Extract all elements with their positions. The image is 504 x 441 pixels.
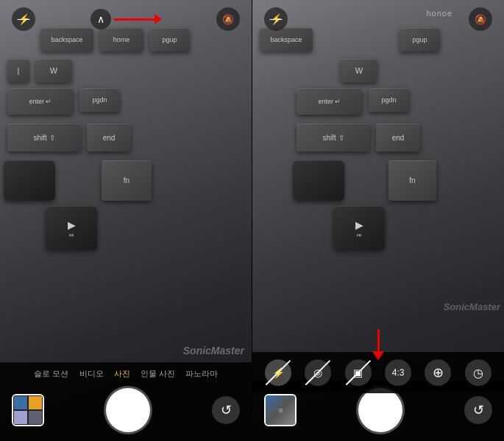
rotate-button-left[interactable]: ↺ <box>212 396 240 424</box>
mode-portrait[interactable]: 인물 사진 <box>141 368 175 379</box>
mode-photo[interactable]: 사진 <box>114 368 130 379</box>
mode-bar: 슬로 모션 비디오 사진 인물 사진 파노라마 <box>0 362 252 382</box>
shift-key: shift ⇧ <box>7 123 81 151</box>
shutter-button-left[interactable] <box>106 388 150 432</box>
live-off-icon: ◎ <box>313 367 322 379</box>
down-arrow-line <box>377 329 380 351</box>
shutter-button-right[interactable] <box>358 388 402 432</box>
flash-icon-left[interactable]: ⚡ <box>12 7 35 31</box>
flash-icon-right[interactable]: ⚡ <box>264 7 288 31</box>
rotate-icon-left: ↺ <box>221 402 232 418</box>
fn-key: fn <box>102 160 152 201</box>
pipe-key: | <box>7 59 29 82</box>
right-top-bar: ⚡ 🔕 <box>252 0 504 38</box>
mode-panorama[interactable]: 파노라마 <box>185 368 218 379</box>
ratio-label: 4:3 <box>392 368 405 378</box>
flash-off-button[interactable]: ⚡ <box>265 359 291 386</box>
mode-video[interactable]: 비디오 <box>79 368 104 379</box>
end-key-r: end <box>376 123 420 151</box>
plus-icon: ⊕ <box>433 365 444 381</box>
down-arrow-head <box>372 351 384 360</box>
enter-key-r: enter ↵ <box>297 88 363 115</box>
thumb-cell-4 <box>28 410 43 425</box>
shift-key-r: shift ⇧ <box>297 123 370 151</box>
left-panel: backspace home pgup | W enter ↵ pgdn shi… <box>0 0 252 441</box>
live-off-button[interactable]: ◎ <box>305 359 331 386</box>
brand-text-right: SonicMaster <box>444 301 500 312</box>
thumb-cell-3 <box>13 410 28 425</box>
brand-text-left: SonicMaster <box>183 345 244 356</box>
left-top-bar: ⚡ ∧ 🔕 <box>0 0 252 38</box>
no-sound-icon-right[interactable]: 🔕 <box>469 7 492 31</box>
arrow-indicator: ∧ <box>90 9 162 29</box>
w-key-r: W <box>341 59 377 82</box>
no-sound-icon-left[interactable]: 🔕 <box>216 7 240 31</box>
w-key: W <box>35 59 72 82</box>
chevron-up-icon[interactable]: ∧ <box>90 9 111 29</box>
tone-button[interactable]: ▣ <box>345 359 372 386</box>
thumbnail-left[interactable] <box>12 394 44 426</box>
thumb-cell-1 <box>13 395 28 410</box>
play-key: ▶ ⏭ <box>46 206 97 250</box>
end-key: end <box>87 123 131 151</box>
plus-button[interactable]: ⊕ <box>425 359 451 386</box>
dark-key-left <box>4 160 55 201</box>
left-camera-controls: ↺ <box>0 382 252 441</box>
mode-slow[interactable]: 슬로 모션 <box>34 368 68 379</box>
left-bottom-bar: 슬로 모션 비디오 사진 인물 사진 파노라마 ↺ <box>0 362 252 441</box>
rotate-button-right[interactable]: ↺ <box>464 396 492 424</box>
pgdn-key-r: pgdn <box>369 88 409 112</box>
pgdn-key: pgdn <box>79 88 120 112</box>
ratio-button[interactable]: 4:3 <box>385 359 411 386</box>
rotate-icon-right: ↺ <box>473 402 484 418</box>
right-panel: backspace honoe pgup W enter ↵ pgdn shif… <box>252 0 504 441</box>
dark-key-r <box>293 160 344 201</box>
flash-off-icon: ⚡ <box>272 367 285 379</box>
enter-key: enter ↵ <box>7 88 74 115</box>
timer-icon: ◷ <box>473 366 483 380</box>
tone-icon: ▣ <box>353 367 363 379</box>
thumbnail-right[interactable]: ⊞ <box>264 394 297 426</box>
thumb-cell-2 <box>28 395 43 410</box>
fn-key-r: fn <box>388 160 436 201</box>
down-arrow-container <box>372 329 384 360</box>
play-key-r: ▶ ⏭ <box>333 206 385 250</box>
timer-button[interactable]: ◷ <box>465 359 491 386</box>
right-arrow <box>114 14 162 24</box>
